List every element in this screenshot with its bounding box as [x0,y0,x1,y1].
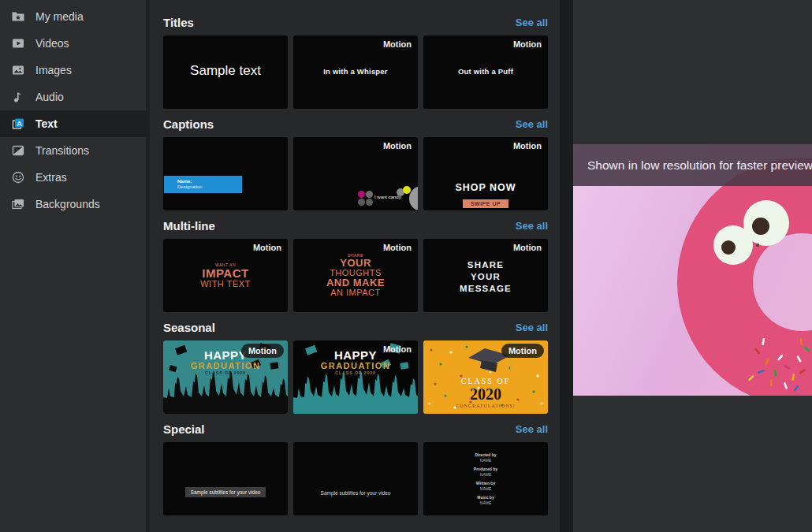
motion-badge: Motion [513,39,542,49]
template-card-graduation-teal[interactable]: Motion HAPPY GRADUATION CLASS OF 2020 [163,340,288,414]
extras-icon [11,170,25,184]
card-text-block: WANT AN IMPACT WITH TEXT [163,262,288,288]
card-text: Sample subtitles for your video [185,487,266,497]
candy-dot [366,191,373,198]
template-card-class-of-2020[interactable]: Motion [423,340,548,414]
card-text-block: SHARE YOUR THOUGHTS AND MAKE AN IMPACT [293,253,418,297]
motion-badge: Motion [383,39,412,49]
card-text: Sample subtitles for your video [293,490,418,496]
low-resolution-banner: Shown in low resolution for faster previ… [573,144,812,186]
template-card-subtitles-boxed[interactable]: Sample subtitles for your video [163,442,288,515]
motion-badge: Motion [501,344,544,358]
video-preview[interactable]: Shown in low resolution for faster previ… [573,144,812,396]
sidebar-item-label: Transitions [35,144,89,157]
template-card-graduation-black[interactable]: Motion HAPPY GRADUATION CLASS OF 2020 [293,340,418,414]
seasonal-card-row: Motion HAPPY GRADUATION CLASS OF 2020 [163,340,548,414]
text-templates-panel: Titles See all Sample text Motion In wit… [150,0,560,532]
card-text: Sample text [163,63,288,79]
teal-bottom-strip [293,410,418,414]
sidebar-item-transitions[interactable]: Transitions [0,137,146,164]
motion-badge: Motion [513,141,542,151]
template-card-share-your-message[interactable]: Motion SHARE YOUR MESSAGE [423,239,548,312]
sidebar-item-label: Audio [35,91,64,103]
card-text-block: CLASS OF 2020 CONGRATULATIONS! [423,377,548,410]
candy-dot [358,199,365,206]
sidebar-item-backgrounds[interactable]: Backgrounds [0,191,146,218]
card-text: SHOP NOW [423,182,548,193]
see-all-captions[interactable]: See all [516,118,548,130]
sidebar-item-label: Extras [35,171,67,184]
section-title-titles: Titles [163,16,194,29]
section-title-multi-line: Multi-line [163,219,215,233]
app-window: My media Videos Images Audio [0,0,812,532]
card-text-block: SHARE YOUR MESSAGE [423,259,548,295]
sidebar-item-label: Text [35,117,58,130]
videos-icon [11,36,25,50]
template-card-out-with-a-puff[interactable]: Motion Out with a Puff [423,35,548,109]
template-card-i-want-candy[interactable]: Motion I want candy [293,137,418,210]
card-text: Designation [177,184,242,190]
video-preview-panel: Shown in low resolution for faster previ… [573,0,812,532]
card-text: In with a Whisper [293,67,418,76]
sidebar-item-videos[interactable]: Videos [0,30,146,57]
motion-badge: Motion [383,141,412,151]
special-card-row: Sample subtitles for your video Sample s… [163,442,548,515]
section-title-captions: Captions [163,117,214,131]
sidebar-item-label: My media [35,10,84,23]
template-card-in-with-a-whisper[interactable]: Motion In with a Whisper [293,35,418,109]
see-all-multi-line[interactable]: See all [516,220,548,232]
audio-icon [11,90,25,104]
svg-text:A: A [17,120,22,128]
section-title-special: Special [163,422,205,436]
multi-line-card-row: Motion WANT AN IMPACT WITH TEXT Motion S… [163,239,548,312]
template-card-credits[interactable]: Directed by NAME Produced by NAME Writte… [423,442,548,515]
card-text-block: Directed by NAME Produced by NAME Writte… [423,448,548,505]
sidebar: My media Videos Images Audio [0,0,146,532]
template-card-subtitles-plain[interactable]: Sample subtitles for your video [293,442,418,515]
template-card-impact-with-text[interactable]: Motion WANT AN IMPACT WITH TEXT [163,239,288,312]
see-all-titles[interactable]: See all [516,17,548,28]
lower-third-bar: Name: Designation [164,176,242,193]
motion-badge: Motion [513,243,542,252]
template-card-lower-third[interactable]: Name: Designation [163,137,288,210]
sidebar-item-label: Videos [35,37,69,50]
template-card-shop-now[interactable]: Motion SHOP NOW SWIPE UP [423,137,548,210]
sidebar-item-text[interactable]: A Text [0,110,146,137]
sidebar-item-label: Backgrounds [35,198,100,210]
backgrounds-icon [11,197,25,211]
section-title-seasonal: Seasonal [163,321,215,334]
swipe-up-button: SWIPE UP [463,199,508,208]
text-icon: A [11,117,25,131]
see-all-special[interactable]: See all [516,423,548,435]
template-card-share-your-thoughts[interactable]: Motion SHARE YOUR THOUGHTS AND MAKE AN I… [293,239,418,312]
candy-dot [366,199,373,206]
panel-edge-strip [560,0,573,532]
card-text: Out with a Puff [423,67,548,76]
captions-card-row: Name: Designation Motion I want candy Mo… [163,137,548,210]
transitions-icon [11,143,25,158]
motion-badge: Motion [383,243,412,252]
sidebar-item-my-media[interactable]: My media [0,3,146,30]
motion-badge: Motion [383,344,412,354]
card-text: I want candy [374,195,401,199]
my-media-icon [11,9,25,24]
candy-dot [358,191,365,198]
sidebar-item-audio[interactable]: Audio [0,84,146,110]
see-all-seasonal[interactable]: See all [516,322,548,333]
template-card-sample-text[interactable]: Sample text [163,35,288,109]
sidebar-item-label: Images [35,64,72,76]
card-text: Name: [177,179,242,184]
motion-badge: Motion [253,243,281,252]
sidebar-item-extras[interactable]: Extras [0,164,146,191]
banner-text: Shown in low resolution for faster previ… [573,158,812,173]
images-icon [11,63,25,77]
sidebar-item-images[interactable]: Images [0,57,146,84]
titles-card-row: Sample text Motion In with a Whisper Mot… [163,35,548,109]
motion-badge: Motion [241,344,284,358]
